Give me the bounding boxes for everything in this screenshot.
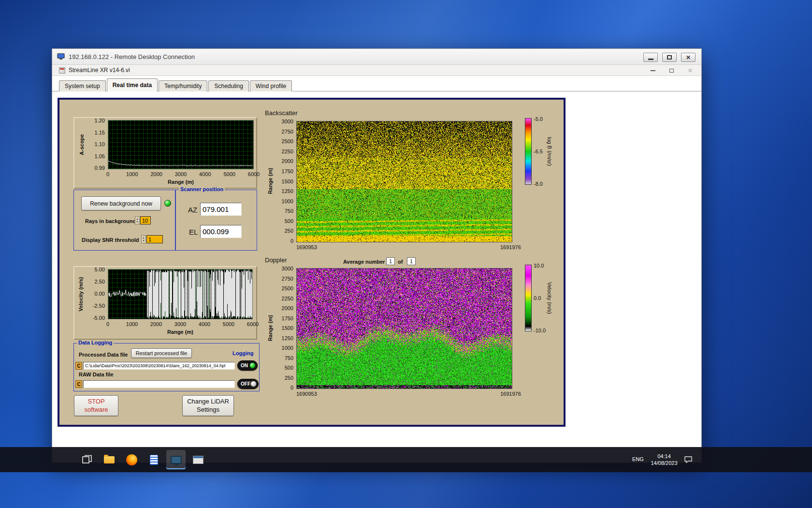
task-view-button[interactable] [77,450,97,469]
doppler-ylabel: Range (m) [267,315,273,341]
tick-label: 1750 [282,168,293,174]
tick-label: 1250 [282,188,293,194]
snr-increment-decrement[interactable]: ▲▼ [141,235,146,243]
tick-label: 0 [106,321,109,327]
tick-label: 1.20 [95,118,105,123]
logging-label: Logging [232,350,253,356]
main-panel: 1.201.151.101.050.99 A-scope 01000200030… [58,98,566,427]
raw-data-file-label: RAW Data file [79,372,114,377]
file-explorer-button[interactable] [100,450,119,469]
tick-label: 0.00 [95,291,105,297]
tick-label: -2.50 [93,303,105,309]
rays-value-input[interactable]: 10 [140,216,151,224]
raw-logging-toggle[interactable]: OFF [237,379,259,389]
raw-path-field[interactable] [83,380,235,388]
rays-increment-decrement[interactable]: ▲▼ [135,216,140,224]
language-indicator[interactable]: ENG [632,456,644,462]
tab-scheduling[interactable]: Scheduling [208,80,248,91]
of-label: of [398,259,403,265]
off-label: OFF [241,381,250,387]
rdp-session-icon [171,456,182,464]
rdp-taskbar-button[interactable] [166,450,186,469]
el-value: 000.099 [200,225,242,238]
firefox-button[interactable] [122,450,141,469]
velocity-xlabel: Range (m) [108,329,253,335]
settings-line2: Settings [197,406,219,414]
processed-path-field[interactable]: C:\Lidar\Data\Proc\2023\202308\20230814\… [83,362,235,370]
tick-label: 2750 [282,276,293,282]
maximize-button[interactable] [662,53,677,62]
rdp-window: 192.168.0.122 - Remote Desktop Connectio… [52,48,702,463]
stop-software-button[interactable]: STOP software [74,395,118,416]
ascope-xticks: 0100020003000400050006000 [108,171,254,178]
tab-wind-profile[interactable]: Wind profile [250,80,292,91]
average-number-label: Average number [343,259,385,265]
desktop: 192.168.0.122 - Remote Desktop Connectio… [0,0,812,508]
processed-drive-box[interactable]: C [75,362,82,370]
renew-background-button[interactable]: Renew background now [81,196,161,210]
tick-label: 3000 [174,321,186,327]
tab-real-time-data[interactable]: Real time data [107,78,158,91]
tab-bar: System setup Real time data Temp/humidit… [59,78,293,91]
tab-temp-humidity[interactable]: Temp/humidity [159,80,207,91]
clock[interactable]: 04:14 14/08/2023 [650,453,679,467]
minimize-icon [648,59,653,60]
file-explorer-icon [104,456,115,463]
tick-label: 5.00 [95,267,105,272]
tick-label: 1250 [282,335,293,341]
rays-in-background-label: Rays in background [85,218,136,224]
app-minimize-icon[interactable] [651,70,655,71]
taskbar: ENG 04:14 14/08/2023 [0,447,812,472]
tick-label: 1500 [282,179,293,184]
close-button[interactable]: ✕ [681,53,696,62]
scan-scheduler-button[interactable] [188,450,208,469]
backscatter-x-end: 1691976 [500,244,521,250]
tick-label: 3000 [282,266,293,271]
tick-label: 6000 [248,171,260,177]
tick-label: 0 [290,238,293,244]
tick-label: 1750 [282,315,293,321]
tick-label: 10.0 [534,263,544,269]
raw-drive-box[interactable]: C [75,380,82,388]
firefox-icon [126,454,137,465]
snr-threshold-label: Display SNR threshold [82,237,139,243]
background-led [164,200,171,207]
snr-value-input[interactable]: 1 [146,235,163,243]
doppler-x-end: 1691976 [500,391,521,397]
average-count-input[interactable]: 1 [407,257,416,265]
backscatter-colorbar-ticks: -5.0-6.5-8.0 [525,119,544,184]
tick-label: 2500 [282,139,293,145]
document-app-button[interactable] [144,450,163,469]
minimize-button[interactable] [643,53,658,62]
change-lidar-settings-button[interactable]: Change LiDAR Settings [182,395,234,416]
ascope-xlabel: Range (m) [108,179,254,185]
task-view-icon [81,454,93,465]
app-titlebar[interactable]: StreamLine XR v14-6.vi ✕ [52,65,701,76]
rdp-titlebar[interactable]: 192.168.0.122 - Remote Desktop Connectio… [52,49,701,65]
scanner-position-title: Scanner position [179,186,225,192]
tick-label: 4000 [199,321,210,327]
tick-label: 0 [290,385,293,390]
app-close-icon[interactable]: ✕ [688,67,693,74]
document-app-icon [150,455,158,465]
tick-label: 0.0 [534,295,541,301]
tick-label: 750 [285,209,293,214]
app-client-area: 1.201.151.101.050.99 A-scope 01000200030… [52,91,701,463]
notifications-button[interactable] [680,450,697,469]
velocity-yticks: 5.002.500.00-2.50-5.00 [85,270,106,318]
app-restore-icon[interactable] [669,69,674,73]
tick-label: 5000 [223,171,235,177]
on-led-icon [249,362,256,369]
tab-system-setup[interactable]: System setup [59,80,106,91]
spin-down-icon: ▼ [143,239,145,242]
ascope-plot [108,120,254,169]
velocity-xticks: 0100020003000400050006000 [108,321,253,328]
restart-processed-file-button[interactable]: Restart processed file [131,348,192,358]
average-number-input[interactable]: 1 [386,257,395,265]
spin-down-icon: ▼ [136,221,139,224]
backscatter-title: Backscatter [265,109,298,117]
velocity-plot-canvas [108,269,252,319]
tick-label: 2000 [282,159,293,164]
tick-label: 3000 [282,119,293,124]
processed-logging-toggle[interactable]: ON [237,360,258,371]
